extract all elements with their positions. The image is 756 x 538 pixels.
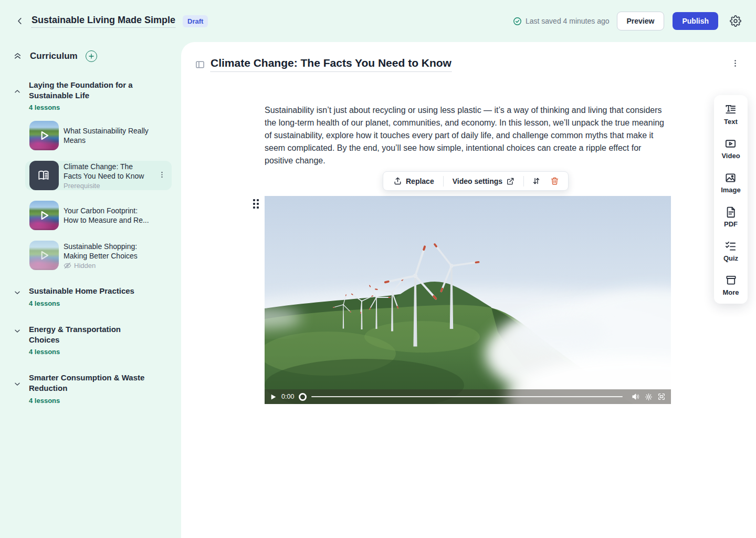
- settings-button[interactable]: [728, 13, 743, 29]
- collapse-all-button[interactable]: [13, 51, 23, 61]
- volume-button[interactable]: [632, 392, 640, 401]
- lesson-video-thumbnail: [29, 201, 59, 230]
- palette-item-video[interactable]: Video: [721, 138, 740, 160]
- section-title: Smarter Consumption & Waste Reduction: [29, 373, 151, 394]
- more-block-icon: [725, 274, 737, 286]
- palette-label: Video: [721, 152, 740, 160]
- top-header: Sustainable Living Made Simple Draft Las…: [0, 0, 756, 42]
- check-circle-icon: [513, 17, 522, 26]
- progress-bar[interactable]: [311, 396, 623, 397]
- chevrons-up-icon: [13, 51, 23, 61]
- video-poster-windfarm: [265, 196, 671, 404]
- section-lesson-count: 4 lessons: [29, 299, 172, 307]
- chevron-down-icon: [13, 380, 22, 388]
- plus-icon: [88, 53, 94, 59]
- curriculum-sidebar: Curriculum Laying the Foundation for a S…: [0, 42, 181, 538]
- external-link-icon: [506, 177, 514, 185]
- gear-icon: [730, 15, 741, 27]
- section-lesson-count: 4 lessons: [29, 104, 172, 111]
- block-palette: Text Video Image PDF Quiz More: [714, 95, 748, 304]
- fullscreen-button[interactable]: [657, 392, 666, 401]
- curriculum-section: Sustainable Home Practices 4 lessons: [13, 286, 172, 307]
- move-block-button[interactable]: [528, 173, 544, 189]
- toolbar-divider: [523, 176, 524, 187]
- curriculum-section: Energy & Transportation Choices 4 lesson…: [13, 324, 172, 356]
- pdf-block-icon: [725, 206, 737, 218]
- delete-block-button[interactable]: [547, 173, 563, 189]
- section-lesson-count: 4 lessons: [29, 397, 172, 405]
- eye-off-icon: [64, 262, 71, 270]
- palette-label: PDF: [724, 220, 738, 228]
- upload-icon: [393, 177, 402, 185]
- video-controls-bar: 0:00: [265, 389, 671, 404]
- publish-button[interactable]: Publish: [673, 12, 718, 30]
- lesson-options-button[interactable]: [731, 59, 741, 70]
- scrubber-handle[interactable]: [299, 393, 307, 401]
- palette-item-more[interactable]: More: [722, 274, 739, 296]
- back-button[interactable]: [13, 14, 27, 28]
- section-title: Energy & Transportation Choices: [29, 324, 151, 345]
- palette-item-text[interactable]: Text: [724, 104, 738, 126]
- play-icon: [37, 249, 51, 262]
- section-toggle[interactable]: Smarter Consumption & Waste Reduction: [13, 373, 172, 394]
- toggle-sidebar-icon[interactable]: [195, 59, 205, 70]
- lesson-item-selected[interactable]: Climate Change: The Facts You Need to Kn…: [25, 161, 172, 190]
- section-toggle[interactable]: Laying the Foundation for a Sustainable …: [13, 80, 172, 101]
- preview-button[interactable]: Preview: [617, 12, 665, 30]
- chevron-down-icon: [13, 288, 22, 297]
- status-badge: Draft: [183, 15, 208, 27]
- video-settings-button[interactable]: Video settings: [448, 174, 519, 189]
- video-block: Replace Video settings: [265, 196, 671, 404]
- lesson-page-title[interactable]: Climate Change: The Facts You Need to Kn…: [211, 57, 452, 72]
- play-button[interactable]: [270, 394, 277, 400]
- palette-label: More: [722, 288, 739, 296]
- player-gear-icon: [645, 393, 653, 401]
- lesson-title: Sustainable Shopping: Making Better Choi…: [64, 242, 152, 261]
- player-settings-button[interactable]: [645, 393, 653, 401]
- replace-video-button[interactable]: Replace: [388, 173, 439, 189]
- volume-icon: [632, 392, 640, 401]
- palette-label: Image: [721, 186, 741, 194]
- toolbar-divider: [443, 176, 444, 187]
- play-icon: [37, 129, 51, 142]
- lesson-reading-tile: [29, 161, 59, 190]
- lesson-editor-panel: Climate Change: The Facts You Need to Kn…: [181, 42, 756, 538]
- video-block-icon: [724, 138, 737, 150]
- section-title: Sustainable Home Practices: [29, 286, 134, 297]
- trash-icon: [550, 177, 559, 185]
- section-toggle[interactable]: Energy & Transportation Choices: [13, 324, 172, 345]
- lesson-video-thumbnail: [29, 121, 59, 150]
- lesson-item-hidden[interactable]: Sustainable Shopping: Making Better Choi…: [29, 241, 172, 270]
- play-icon: [37, 209, 51, 222]
- lesson-video-thumbnail: [29, 241, 59, 270]
- lesson-item[interactable]: Your Carbon Footprint: How to Measure an…: [29, 201, 172, 230]
- lesson-hidden-label: Hidden: [74, 262, 96, 270]
- drag-handle[interactable]: [253, 199, 260, 210]
- chevron-left-icon: [15, 16, 25, 26]
- lesson-item[interactable]: What Sustainability Really Means: [29, 121, 172, 150]
- add-section-button[interactable]: [86, 50, 97, 62]
- video-player[interactable]: 0:00: [265, 196, 671, 404]
- last-saved-text: Last saved 4 minutes ago: [526, 17, 610, 25]
- palette-item-pdf[interactable]: PDF: [724, 206, 738, 228]
- chevron-down-icon: [13, 327, 22, 335]
- replace-label: Replace: [406, 177, 434, 185]
- play-icon: [270, 394, 277, 400]
- course-title[interactable]: Sustainable Living Made Simple: [32, 15, 175, 28]
- lesson-title: Your Carbon Footprint: How to Measure an…: [64, 206, 152, 225]
- text-block-icon: [724, 104, 737, 116]
- quiz-block-icon: [724, 240, 737, 252]
- book-open-icon: [37, 169, 51, 182]
- curriculum-section: Laying the Foundation for a Sustainable …: [13, 80, 172, 270]
- video-block-toolbar: Replace Video settings: [383, 171, 569, 191]
- lesson-intro-paragraph[interactable]: Sustainability isn’t just about recyclin…: [265, 104, 671, 167]
- image-block-icon: [724, 172, 737, 184]
- section-toggle[interactable]: Sustainable Home Practices: [13, 286, 172, 297]
- palette-label: Text: [724, 118, 738, 126]
- section-title: Laying the Foundation for a Sustainable …: [29, 80, 151, 101]
- playback-time: 0:00: [281, 393, 294, 400]
- kebab-menu-icon: [158, 171, 166, 179]
- palette-item-quiz[interactable]: Quiz: [723, 240, 738, 262]
- palette-item-image[interactable]: Image: [721, 172, 741, 194]
- lesson-menu-button[interactable]: [158, 171, 167, 181]
